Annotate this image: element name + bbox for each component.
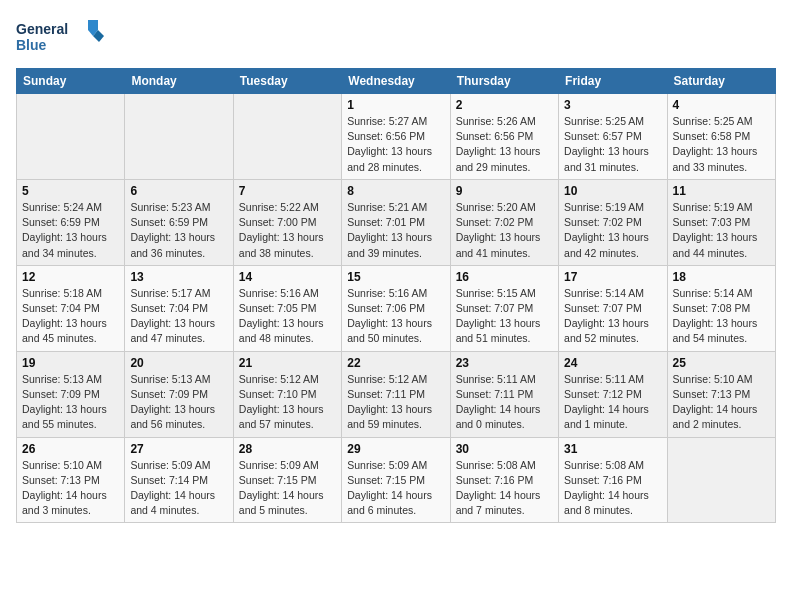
calendar-cell: 1Sunrise: 5:27 AMSunset: 6:56 PMDaylight… (342, 94, 450, 180)
day-info: Sunrise: 5:13 AMSunset: 7:09 PMDaylight:… (22, 372, 119, 433)
svg-text:Blue: Blue (16, 37, 47, 53)
calendar-cell: 9Sunrise: 5:20 AMSunset: 7:02 PMDaylight… (450, 179, 558, 265)
day-info: Sunrise: 5:12 AMSunset: 7:11 PMDaylight:… (347, 372, 444, 433)
calendar-cell: 10Sunrise: 5:19 AMSunset: 7:02 PMDayligh… (559, 179, 667, 265)
day-number: 14 (239, 270, 336, 284)
calendar-table: SundayMondayTuesdayWednesdayThursdayFrid… (16, 68, 776, 523)
svg-text:General: General (16, 21, 68, 37)
calendar-cell: 26Sunrise: 5:10 AMSunset: 7:13 PMDayligh… (17, 437, 125, 523)
day-info: Sunrise: 5:20 AMSunset: 7:02 PMDaylight:… (456, 200, 553, 261)
calendar-cell: 22Sunrise: 5:12 AMSunset: 7:11 PMDayligh… (342, 351, 450, 437)
day-number: 5 (22, 184, 119, 198)
calendar-cell: 20Sunrise: 5:13 AMSunset: 7:09 PMDayligh… (125, 351, 233, 437)
day-info: Sunrise: 5:25 AMSunset: 6:57 PMDaylight:… (564, 114, 661, 175)
day-number: 10 (564, 184, 661, 198)
day-info: Sunrise: 5:09 AMSunset: 7:15 PMDaylight:… (347, 458, 444, 519)
weekday-header-monday: Monday (125, 69, 233, 94)
weekday-header-friday: Friday (559, 69, 667, 94)
calendar-cell: 29Sunrise: 5:09 AMSunset: 7:15 PMDayligh… (342, 437, 450, 523)
day-info: Sunrise: 5:11 AMSunset: 7:12 PMDaylight:… (564, 372, 661, 433)
calendar-header: SundayMondayTuesdayWednesdayThursdayFrid… (17, 69, 776, 94)
day-info: Sunrise: 5:14 AMSunset: 7:08 PMDaylight:… (673, 286, 770, 347)
day-number: 11 (673, 184, 770, 198)
day-info: Sunrise: 5:27 AMSunset: 6:56 PMDaylight:… (347, 114, 444, 175)
calendar-body: 1Sunrise: 5:27 AMSunset: 6:56 PMDaylight… (17, 94, 776, 523)
calendar-cell: 5Sunrise: 5:24 AMSunset: 6:59 PMDaylight… (17, 179, 125, 265)
page-header: General Blue (16, 16, 776, 60)
day-info: Sunrise: 5:24 AMSunset: 6:59 PMDaylight:… (22, 200, 119, 261)
day-number: 9 (456, 184, 553, 198)
calendar-cell: 13Sunrise: 5:17 AMSunset: 7:04 PMDayligh… (125, 265, 233, 351)
day-info: Sunrise: 5:17 AMSunset: 7:04 PMDaylight:… (130, 286, 227, 347)
day-info: Sunrise: 5:09 AMSunset: 7:14 PMDaylight:… (130, 458, 227, 519)
day-number: 21 (239, 356, 336, 370)
calendar-cell: 25Sunrise: 5:10 AMSunset: 7:13 PMDayligh… (667, 351, 775, 437)
day-number: 8 (347, 184, 444, 198)
day-number: 15 (347, 270, 444, 284)
calendar-cell (667, 437, 775, 523)
calendar-cell: 28Sunrise: 5:09 AMSunset: 7:15 PMDayligh… (233, 437, 341, 523)
calendar-cell: 7Sunrise: 5:22 AMSunset: 7:00 PMDaylight… (233, 179, 341, 265)
calendar-cell (233, 94, 341, 180)
day-number: 20 (130, 356, 227, 370)
day-info: Sunrise: 5:10 AMSunset: 7:13 PMDaylight:… (22, 458, 119, 519)
day-info: Sunrise: 5:18 AMSunset: 7:04 PMDaylight:… (22, 286, 119, 347)
day-number: 26 (22, 442, 119, 456)
day-number: 3 (564, 98, 661, 112)
day-number: 6 (130, 184, 227, 198)
weekday-header-saturday: Saturday (667, 69, 775, 94)
day-number: 18 (673, 270, 770, 284)
day-number: 29 (347, 442, 444, 456)
weekday-header-sunday: Sunday (17, 69, 125, 94)
calendar-week-row: 19Sunrise: 5:13 AMSunset: 7:09 PMDayligh… (17, 351, 776, 437)
day-info: Sunrise: 5:13 AMSunset: 7:09 PMDaylight:… (130, 372, 227, 433)
day-info: Sunrise: 5:09 AMSunset: 7:15 PMDaylight:… (239, 458, 336, 519)
calendar-cell: 31Sunrise: 5:08 AMSunset: 7:16 PMDayligh… (559, 437, 667, 523)
day-info: Sunrise: 5:21 AMSunset: 7:01 PMDaylight:… (347, 200, 444, 261)
day-info: Sunrise: 5:26 AMSunset: 6:56 PMDaylight:… (456, 114, 553, 175)
day-number: 13 (130, 270, 227, 284)
weekday-header-tuesday: Tuesday (233, 69, 341, 94)
weekday-header-thursday: Thursday (450, 69, 558, 94)
day-number: 17 (564, 270, 661, 284)
day-number: 24 (564, 356, 661, 370)
calendar-cell: 2Sunrise: 5:26 AMSunset: 6:56 PMDaylight… (450, 94, 558, 180)
day-number: 31 (564, 442, 661, 456)
calendar-week-row: 12Sunrise: 5:18 AMSunset: 7:04 PMDayligh… (17, 265, 776, 351)
day-number: 16 (456, 270, 553, 284)
day-info: Sunrise: 5:15 AMSunset: 7:07 PMDaylight:… (456, 286, 553, 347)
day-info: Sunrise: 5:23 AMSunset: 6:59 PMDaylight:… (130, 200, 227, 261)
day-info: Sunrise: 5:08 AMSunset: 7:16 PMDaylight:… (456, 458, 553, 519)
calendar-cell: 24Sunrise: 5:11 AMSunset: 7:12 PMDayligh… (559, 351, 667, 437)
calendar-week-row: 1Sunrise: 5:27 AMSunset: 6:56 PMDaylight… (17, 94, 776, 180)
logo: General Blue (16, 16, 106, 60)
weekday-header-row: SundayMondayTuesdayWednesdayThursdayFrid… (17, 69, 776, 94)
day-number: 25 (673, 356, 770, 370)
calendar-week-row: 26Sunrise: 5:10 AMSunset: 7:13 PMDayligh… (17, 437, 776, 523)
calendar-cell (17, 94, 125, 180)
calendar-cell: 17Sunrise: 5:14 AMSunset: 7:07 PMDayligh… (559, 265, 667, 351)
day-info: Sunrise: 5:08 AMSunset: 7:16 PMDaylight:… (564, 458, 661, 519)
calendar-cell (125, 94, 233, 180)
day-info: Sunrise: 5:14 AMSunset: 7:07 PMDaylight:… (564, 286, 661, 347)
calendar-cell: 12Sunrise: 5:18 AMSunset: 7:04 PMDayligh… (17, 265, 125, 351)
calendar-cell: 15Sunrise: 5:16 AMSunset: 7:06 PMDayligh… (342, 265, 450, 351)
day-info: Sunrise: 5:16 AMSunset: 7:06 PMDaylight:… (347, 286, 444, 347)
day-info: Sunrise: 5:12 AMSunset: 7:10 PMDaylight:… (239, 372, 336, 433)
weekday-header-wednesday: Wednesday (342, 69, 450, 94)
calendar-cell: 21Sunrise: 5:12 AMSunset: 7:10 PMDayligh… (233, 351, 341, 437)
calendar-cell: 4Sunrise: 5:25 AMSunset: 6:58 PMDaylight… (667, 94, 775, 180)
calendar-cell: 6Sunrise: 5:23 AMSunset: 6:59 PMDaylight… (125, 179, 233, 265)
day-number: 7 (239, 184, 336, 198)
day-number: 23 (456, 356, 553, 370)
day-number: 1 (347, 98, 444, 112)
calendar-cell: 27Sunrise: 5:09 AMSunset: 7:14 PMDayligh… (125, 437, 233, 523)
calendar-cell: 8Sunrise: 5:21 AMSunset: 7:01 PMDaylight… (342, 179, 450, 265)
day-number: 28 (239, 442, 336, 456)
calendar-cell: 30Sunrise: 5:08 AMSunset: 7:16 PMDayligh… (450, 437, 558, 523)
day-number: 27 (130, 442, 227, 456)
day-info: Sunrise: 5:19 AMSunset: 7:02 PMDaylight:… (564, 200, 661, 261)
calendar-cell: 11Sunrise: 5:19 AMSunset: 7:03 PMDayligh… (667, 179, 775, 265)
day-number: 4 (673, 98, 770, 112)
calendar-cell: 18Sunrise: 5:14 AMSunset: 7:08 PMDayligh… (667, 265, 775, 351)
